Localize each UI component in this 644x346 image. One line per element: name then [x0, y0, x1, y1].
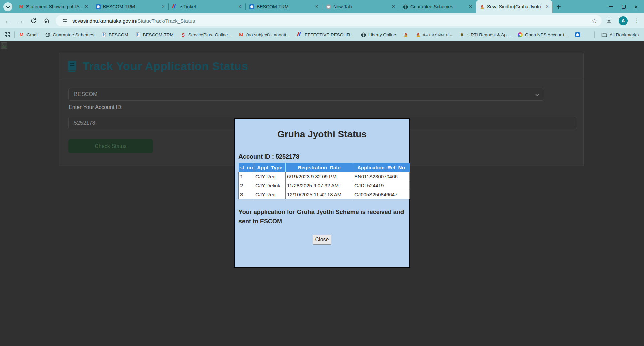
new-tab-button[interactable]: +	[556, 2, 561, 11]
home-button[interactable]	[41, 16, 51, 26]
bescom-icon	[249, 4, 255, 10]
tab-new-tab[interactable]: New Tab ×	[322, 0, 399, 13]
bookmark-gmail[interactable]: MGmail	[19, 32, 38, 38]
table-row: 2 GJY Delink 11/28/2025 9:07:32 AM GJDL5…	[239, 181, 410, 190]
all-bookmarks[interactable]: All Bookmarks	[594, 31, 644, 38]
bookmark-bescom-trm[interactable]: BESCOM-TRM	[135, 32, 174, 38]
profile-avatar[interactable]: A	[619, 16, 628, 25]
browser-menu-icon[interactable]: ⋮	[634, 17, 639, 24]
karnataka-emblem-icon	[403, 32, 409, 38]
bookmark-star-icon[interactable]: ☆	[591, 17, 597, 25]
bookmark-bescom[interactable]: BESCOM	[101, 32, 128, 38]
page-title: Track Your Application Status	[83, 60, 248, 73]
tab-title: BESCOM-TRM	[257, 4, 312, 9]
iticket-icon	[171, 4, 179, 10]
tab-iticket[interactable]: i~Ticket ×	[169, 0, 245, 13]
gmail-icon: M	[19, 32, 24, 38]
close-window-icon[interactable]: ×	[634, 4, 638, 10]
tab-close-icon[interactable]: ×	[84, 4, 89, 10]
tab-title: New Tab	[333, 4, 389, 9]
globe-icon	[361, 32, 366, 38]
tab-title: Seva Sindhu(Gruha Jyoti)	[487, 4, 543, 9]
divider	[14, 31, 15, 38]
status-table: sl_no Appl_Type Registration_Date Applic…	[238, 163, 410, 199]
bookmark-liberty-online[interactable]: Liberty Online	[361, 32, 396, 38]
bookmark-effective-resources[interactable]: EFFECTIVE RESOUR...	[297, 32, 354, 38]
bookmark-emblem-unlabeled[interactable]	[403, 32, 409, 38]
tab-close-icon[interactable]: ×	[545, 4, 550, 10]
gruha-jyothi-status-modal: Gruha Jyothi Status Account ID : 5252178…	[234, 118, 410, 268]
url-text: sevasindhu.karnataka.gov.in/StatucTrack/…	[72, 18, 195, 24]
bookmark-bescom-unlabeled[interactable]	[575, 32, 580, 38]
bookmark-karnataka-sarkara[interactable]: ಕರ್ನಾಟಕ ಸರ್ಕಾರ...	[415, 32, 452, 38]
pillar-icon: ♜	[459, 32, 465, 38]
minimize-icon[interactable]	[609, 6, 613, 7]
globe-icon	[402, 4, 408, 10]
document-icon	[135, 32, 141, 38]
table-row: 3 GJY Reg 12/10/2025 11:42:13 AM GJ005S2…	[239, 190, 410, 199]
karnataka-emblem-icon	[479, 4, 485, 10]
home-icon	[43, 18, 49, 24]
tab-close-icon[interactable]: ×	[161, 4, 166, 10]
bescom-icon	[575, 32, 580, 38]
divider	[594, 31, 595, 38]
tab-seva-sindhu-active[interactable]: Seva Sindhu(Gruha Jyoti) ×	[476, 0, 552, 13]
reload-button[interactable]	[28, 16, 38, 26]
account-id-label: Enter Your Account ID:	[69, 104, 123, 110]
bookmark-guarantee-schemes[interactable]: Guarantee Schemes	[45, 32, 94, 38]
table-row: 1 GJY Reg 6/19/2023 9:32:09 PM EN011S230…	[239, 172, 410, 181]
back-button[interactable]: ←	[3, 16, 13, 26]
tab-strip: M Statement Showimg of Rs.25,00 × BESCOM…	[0, 0, 644, 13]
tab-bescom-trm-1[interactable]: BESCOM-TRM ×	[92, 0, 168, 13]
column-header: Application_Ref_No	[353, 163, 410, 172]
tab-close-icon[interactable]: ×	[314, 4, 319, 10]
bookmarks-bar: MGmail Guarantee Schemes BESCOM BESCOM-T…	[0, 28, 644, 41]
reload-icon	[30, 18, 37, 24]
forward-button[interactable]: →	[15, 16, 25, 26]
download-icon[interactable]	[606, 17, 612, 24]
maximize-icon[interactable]	[622, 5, 626, 9]
gmail-icon: M	[238, 32, 244, 38]
gmail-icon: M	[18, 4, 24, 10]
card-header: Track Your Application Status	[59, 53, 583, 79]
tab-search-button[interactable]	[3, 2, 12, 11]
tab-title: Guarantee Schemes	[410, 4, 466, 9]
browser-toolbar: ← → sevasindhu.karnataka.gov.in/StatucTr…	[0, 13, 644, 28]
toolbar-right: A ⋮	[606, 16, 644, 25]
tab-title: i~Ticket	[180, 4, 235, 9]
document-icon	[101, 32, 107, 38]
broken-image-icon	[1, 42, 7, 49]
bookmark-no-subject[interactable]: M(no subject) - aaoatt...	[238, 32, 290, 38]
site-settings-icon[interactable]	[60, 16, 69, 25]
back-arrow-icon: ←	[4, 17, 11, 25]
apps-grid-icon[interactable]	[5, 32, 10, 37]
bookmark-rti-request[interactable]: ♜:: RTI Request & Ap...	[459, 32, 511, 38]
modal-close-button[interactable]: Close	[313, 235, 331, 245]
tab-title: Statement Showimg of Rs.25,00	[26, 4, 82, 9]
bookmark-serviceplus[interactable]: SServicePlus- Online...	[180, 32, 232, 38]
book-icon	[66, 60, 78, 72]
karnataka-emblem-icon	[415, 32, 421, 38]
hash-icon	[296, 32, 304, 38]
tab-close-icon[interactable]: ×	[237, 4, 243, 10]
address-bar[interactable]: sevasindhu.karnataka.gov.in/StatucTrack/…	[56, 15, 602, 26]
tab-statement[interactable]: M Statement Showimg of Rs.25,00 ×	[15, 0, 92, 13]
bookmark-open-nps[interactable]: Open NPS Account...	[517, 32, 568, 38]
forward-arrow-icon: →	[17, 17, 24, 25]
column-header: Registration_Date	[286, 163, 353, 172]
tab-close-icon[interactable]: ×	[468, 4, 473, 10]
modal-title: Gruha Jyothi Status	[235, 129, 409, 140]
serviceplus-icon: S	[180, 32, 186, 38]
tab-bescom-trm-2[interactable]: BESCOM-TRM ×	[246, 0, 322, 13]
status-message: Your application for Gruha Jyothi Scheme…	[238, 207, 406, 226]
chevron-down-icon	[536, 93, 539, 96]
bescom-icon	[95, 4, 101, 10]
check-status-button[interactable]: Check Status	[68, 139, 153, 153]
modal-account-id: Account ID : 5252178	[238, 153, 299, 160]
escom-select[interactable]: BESCOM	[68, 88, 544, 101]
column-header: Appl_Type	[254, 163, 286, 172]
chrome-icon	[326, 4, 331, 10]
tab-guarantee-schemes[interactable]: Guarantee Schemes ×	[399, 0, 476, 13]
tab-close-icon[interactable]: ×	[391, 4, 396, 10]
folder-icon	[601, 32, 607, 37]
